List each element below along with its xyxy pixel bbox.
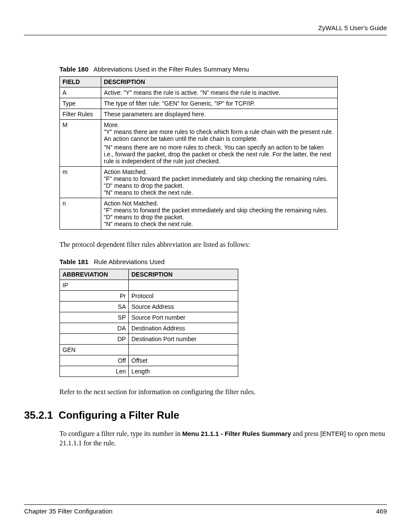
table181-title: Rule Abbreviations Used — [94, 258, 165, 265]
table181: ABBREVIATION DESCRIPTION IP PrProtocol S… — [59, 269, 238, 377]
table-row: Type The type of filter rule: "GEN" for … — [60, 98, 338, 109]
table-row: m Action Matched. "F" means to forward t… — [60, 167, 338, 198]
paragraph: Refer to the next section for informatio… — [59, 387, 387, 397]
desc-line: More. — [104, 121, 335, 128]
table-row: IP — [60, 280, 238, 291]
table180-caption: Table 180 Abbreviations Used in the Filt… — [59, 65, 387, 73]
section-title: Configuring a Filter Rule — [59, 409, 179, 421]
cell-abbr: SP — [60, 312, 129, 323]
cell-desc: These parameters are displayed here. — [101, 109, 338, 120]
body-text: To configure a filter rule, type its num… — [59, 430, 182, 437]
desc-line: Action Matched. — [104, 168, 335, 175]
guide-title: ZyWALL 5 User's Guide — [318, 24, 387, 31]
cell-field: n — [60, 198, 101, 230]
cell-abbr: Off — [60, 355, 129, 366]
table180: FIELD DESCRIPTION A Active: "Y" means th… — [59, 76, 338, 230]
table-row: M More. "Y" means there are more rules t… — [60, 120, 338, 167]
cell-desc: Action Not Matched. "F" means to forward… — [101, 198, 338, 230]
cell-desc: Offset — [129, 355, 238, 366]
table180-title: Abbreviations Used in the Filter Rules S… — [93, 65, 249, 73]
desc-line: "N" means there are no more rules to che… — [104, 144, 335, 165]
table181-caption: Table 181 Rule Abbreviations Used — [59, 258, 387, 265]
cell-desc — [129, 345, 238, 355]
cell-abbr: IP — [60, 280, 129, 291]
table181-head-abbr: ABBREVIATION — [60, 269, 129, 280]
cell-abbr: DA — [60, 323, 129, 334]
table-row: PrProtocol — [60, 291, 238, 302]
section-body: To configure a filter rule, type its num… — [59, 429, 387, 448]
footer-chapter: Chapter 35 Filter Configuration — [24, 507, 112, 515]
table181-number: Table 181 — [59, 258, 88, 265]
desc-line: "D" means to drop the packet. — [104, 214, 335, 221]
body-text: and press — [291, 430, 321, 437]
table-row: n Action Not Matched. "F" means to forwa… — [60, 198, 338, 230]
key-reference: [ENTER] — [321, 430, 346, 437]
cell-field: Type — [60, 98, 101, 109]
table181-head-desc: DESCRIPTION — [129, 269, 238, 280]
table-row: DPDestination Port number — [60, 334, 238, 345]
page-header: ZyWALL 5 User's Guide — [24, 24, 387, 35]
footer-page-number: 469 — [376, 507, 387, 515]
table-row: A Active: "Y" means the rule is active. … — [60, 87, 338, 98]
cell-desc: More. "Y" means there are more rules to … — [101, 120, 338, 167]
table180-head-desc: DESCRIPTION — [101, 77, 338, 87]
desc-line: "N" means to check the next rule. — [104, 221, 335, 227]
table-row: SASource Address — [60, 302, 238, 312]
table-row: OffOffset — [60, 355, 238, 366]
table180-head-field: FIELD — [60, 77, 101, 87]
table-row: DADestination Address — [60, 323, 238, 334]
section-number: 35.2.1 — [24, 409, 53, 421]
cell-abbr: Pr — [60, 291, 129, 302]
page-footer: Chapter 35 Filter Configuration 469 — [24, 504, 387, 515]
table-row: SPSource Port number — [60, 312, 238, 323]
cell-abbr: SA — [60, 302, 129, 312]
table-row: LenLength — [60, 366, 238, 377]
desc-line: "F" means to forward the packet immediat… — [104, 207, 335, 214]
cell-field: A — [60, 87, 101, 98]
desc-line: "D" means to drop the packet. — [104, 182, 335, 189]
desc-line: "N" means to check the next rule. — [104, 189, 335, 196]
table-row: GEN — [60, 345, 238, 355]
page-content: Table 180 Abbreviations Used in the Filt… — [24, 65, 387, 448]
cell-desc: Source Address — [129, 302, 238, 312]
cell-abbr: DP — [60, 334, 129, 345]
cell-desc: Destination Port number — [129, 334, 238, 345]
desc-line: "F" means to forward the packet immediat… — [104, 175, 335, 182]
cell-desc: Action Matched. "F" means to forward the… — [101, 167, 338, 198]
section-heading: 35.2.1 Configuring a Filter Rule — [24, 409, 387, 421]
cell-field: M — [60, 120, 101, 167]
cell-desc: The type of filter rule: "GEN" for Gener… — [101, 98, 338, 109]
menu-reference: Menu 21.1.1 - Filter Rules Summary — [182, 430, 291, 437]
cell-abbr: GEN — [60, 345, 129, 355]
desc-line: Action Not Matched. — [104, 200, 335, 207]
paragraph: The protocol dependent filter rules abbr… — [59, 240, 387, 249]
cell-desc: Source Port number — [129, 312, 238, 323]
cell-desc — [129, 280, 238, 291]
table180-number: Table 180 — [59, 65, 88, 73]
cell-desc: Length — [129, 366, 238, 377]
desc-line: "Y" means there are more rules to check … — [104, 128, 335, 142]
cell-abbr: Len — [60, 366, 129, 377]
cell-desc: Destination Address — [129, 323, 238, 334]
cell-desc: Protocol — [129, 291, 238, 302]
cell-field: m — [60, 167, 101, 198]
cell-field: Filter Rules — [60, 109, 101, 120]
table-row: Filter Rules These parameters are displa… — [60, 109, 338, 120]
cell-desc: Active: "Y" means the rule is active. "N… — [101, 87, 338, 98]
